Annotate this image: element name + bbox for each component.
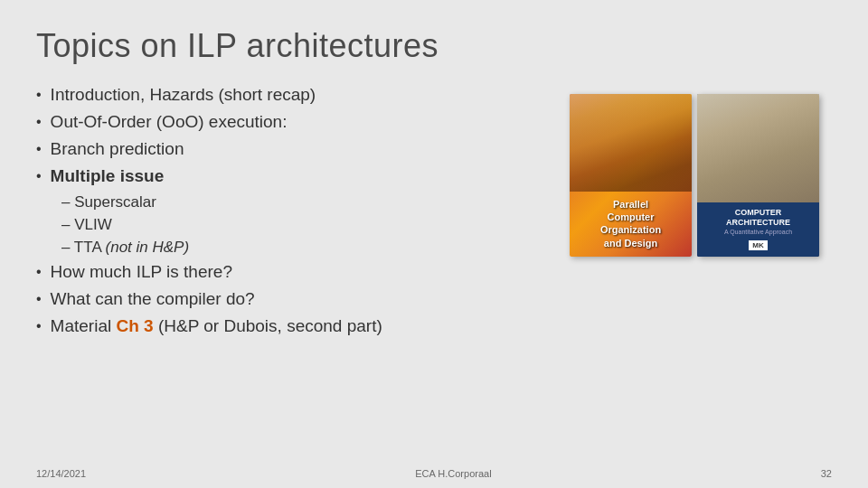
list-item: • Branch prediction — [36, 139, 552, 159]
bullet-icon: • — [36, 318, 42, 334]
bullet-icon: • — [36, 264, 42, 280]
slide-footer: 12/14/2021 ECA H.Corporaal 32 — [0, 468, 868, 479]
sub-bullet-list: – Superscalar – VLIW – TTA (not in H&P) — [61, 193, 552, 257]
slide: Topics on ILP architectures • Introducti… — [0, 0, 868, 488]
tta-italic: (not in H&P) — [106, 239, 190, 256]
footer-date: 12/14/2021 — [36, 468, 86, 479]
left-content: • Introduction, Hazards (short recap) • … — [36, 85, 570, 343]
book-images-area: ParallelComputerOrganizationand Design C… — [570, 94, 832, 293]
bullet-icon: • — [36, 141, 42, 157]
footer-author: ECA H.Corporaal — [415, 468, 491, 479]
list-item: • What can the compiler do? — [36, 289, 552, 309]
chapter-highlight: Ch 3 — [116, 316, 153, 335]
book2-title-area: COMPUTER ARCHITECTURE A Quantitative App… — [697, 202, 819, 257]
bullet-text-how-much: How much ILP is there? — [51, 262, 232, 282]
bullet-text-intro: Introduction, Hazards (short recap) — [51, 85, 316, 105]
sub-list-item: – VLIW — [61, 216, 552, 234]
list-item: • Multiple issue — [36, 166, 552, 186]
bullet-text-compiler: What can the compiler do? — [51, 289, 255, 309]
list-item: • How much ILP is there? — [36, 262, 552, 282]
bullet-icon: • — [36, 87, 42, 103]
mk-badge: MK — [749, 240, 767, 250]
material-postfix: (H&P or Dubois, second part) — [154, 316, 382, 335]
book2-subtitle: A Quantitative Approach — [703, 229, 814, 235]
sub-bullet-vliw: – VLIW — [61, 216, 112, 233]
bullet-icon: • — [36, 114, 42, 130]
list-item: • Introduction, Hazards (short recap) — [36, 85, 552, 105]
content-area: • Introduction, Hazards (short recap) • … — [36, 85, 832, 343]
sub-list-item: – Superscalar — [61, 193, 552, 211]
bullet-text-ooo: Out-Of-Order (OoO) execution: — [51, 112, 288, 132]
book1-title: ParallelComputerOrganizationand Design — [577, 198, 684, 249]
main-bullet-list: • Introduction, Hazards (short recap) • … — [36, 85, 552, 186]
list-item: • Out-Of-Order (OoO) execution: — [36, 112, 552, 132]
book-cover-computer-arch: COMPUTER ARCHITECTURE A Quantitative App… — [697, 94, 819, 257]
bullet-text-multiple: Multiple issue — [51, 166, 165, 186]
sub-list-item: – TTA (not in H&P) — [61, 239, 552, 257]
sub-bullet-superscalar: – Superscalar — [61, 193, 156, 211]
bullet-icon: • — [36, 168, 42, 184]
bullet-text-branch: Branch prediction — [51, 139, 184, 159]
book-cover-parallel: ParallelComputerOrganizationand Design — [570, 94, 692, 257]
book2-image-area — [697, 94, 819, 202]
book2-title: COMPUTER ARCHITECTURE — [703, 208, 814, 229]
list-item: • Material Ch 3 (H&P or Dubois, second p… — [36, 316, 552, 336]
footer-page-number: 32 — [821, 468, 832, 479]
lower-bullet-list: • How much ILP is there? • What can the … — [36, 262, 552, 336]
sub-bullet-tta: – TTA (not in H&P) — [61, 239, 189, 256]
bullet-text-material: Material Ch 3 (H&P or Dubois, second par… — [51, 316, 382, 336]
slide-title: Topics on ILP architectures — [36, 27, 832, 65]
bullet-icon: • — [36, 291, 42, 307]
